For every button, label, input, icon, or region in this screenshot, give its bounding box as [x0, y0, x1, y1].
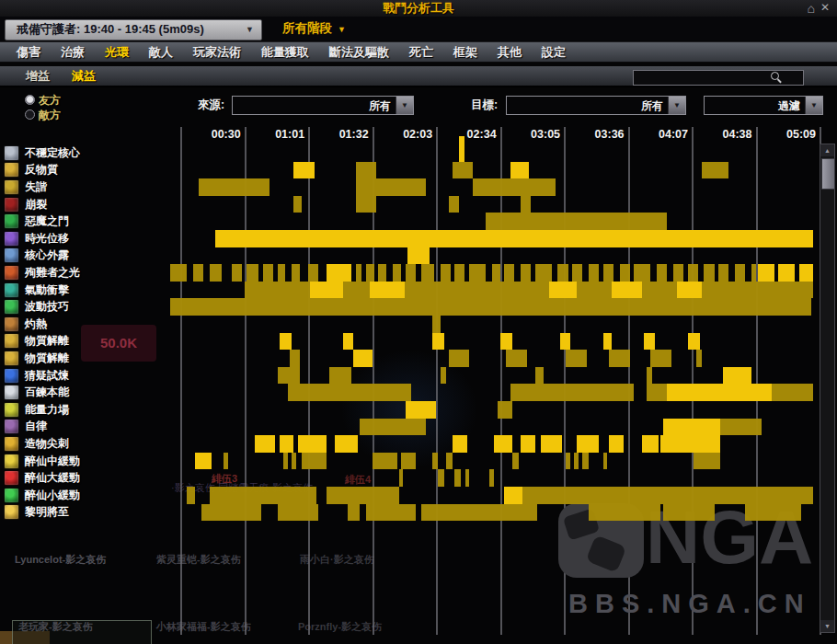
aura-item-13[interactable]: 物質解離: [4, 350, 69, 367]
aura-name: 自律: [25, 419, 47, 434]
aura-bar-row8: [688, 264, 698, 282]
scroll-down-button[interactable]: ▼: [820, 620, 834, 632]
aura-item-9[interactable]: 氣動衝擊: [4, 282, 69, 299]
phase-dropdown[interactable]: 所有階段▼: [282, 20, 346, 37]
antimatter-icon: [4, 162, 19, 178]
segment-dropdown[interactable]: 戒備守護者: 19:40 - 19:45 (5m09s) ▼: [5, 19, 262, 40]
aura-bar-row19: [224, 453, 227, 470]
target-dropdown[interactable]: 所有 ▼: [506, 96, 686, 115]
chevron-down-icon[interactable]: ▼: [396, 97, 413, 114]
aura-item-3[interactable]: 失諧: [4, 178, 47, 196]
vertical-scrollbar[interactable]: ▲ ▼: [820, 144, 835, 633]
aura-item-18[interactable]: 造物尖刺: [4, 435, 69, 453]
aura-item-17[interactable]: 自律: [4, 419, 47, 436]
background-text: Lyuncelot-影之哀伤: [15, 553, 106, 567]
aura-bar-row2: [293, 162, 314, 179]
tab-5[interactable]: 玩家法術: [193, 42, 241, 62]
tab-3[interactable]: 光環: [105, 42, 129, 62]
aura-item-10[interactable]: 波動技巧: [4, 298, 69, 316]
main-tab-bar: 傷害治療光環敵人玩家法術能量獲取斷法及驅散死亡框架其他設定: [0, 41, 837, 63]
chevron-down-icon[interactable]: ▼: [805, 97, 822, 114]
aura-bar-row21: [210, 487, 317, 504]
aura-name: 黎明將至: [25, 504, 69, 520]
doubt-trial-icon: [4, 368, 19, 384]
aura-bar-row9: [310, 282, 343, 299]
tab-8[interactable]: 死亡: [409, 42, 433, 62]
phase-dropdown-value: 所有階段: [282, 21, 332, 35]
close-icon[interactable]: ✕: [820, 1, 830, 14]
aura-item-2[interactable]: 反物質: [4, 162, 58, 179]
aura-bar-row14: [278, 367, 301, 385]
aura-item-8[interactable]: 殉難者之光: [4, 264, 80, 282]
tab-10[interactable]: 其他: [498, 42, 522, 62]
aura-bar-row8: [308, 264, 318, 282]
aura-item-16[interactable]: 能量力場: [4, 401, 69, 419]
background-damage-value: 50.0K: [81, 325, 156, 362]
aura-bar-row17: [720, 419, 762, 436]
aura-item-15[interactable]: 百鍊本能: [4, 384, 69, 401]
tab-11[interactable]: 設定: [542, 42, 566, 62]
aura-bar-row13: [650, 350, 671, 367]
aura-item-14[interactable]: 猜疑試煉: [4, 367, 69, 385]
aura-bar-row15: [667, 384, 772, 401]
aura-bar-row13: [566, 350, 586, 367]
aura-bar-row9: [677, 282, 702, 299]
aura-bar-row3: [199, 178, 269, 196]
aura-bar-row16: [406, 401, 437, 419]
radio-friendly[interactable]: [25, 95, 35, 105]
aura-bar-row19: [283, 453, 287, 470]
aura-bar-row10: [170, 298, 811, 316]
filter-dropdown[interactable]: 過濾 ▼: [704, 96, 823, 115]
aura-bar-row8: [673, 264, 683, 282]
aura-bar-row19: [603, 453, 607, 470]
tab-6[interactable]: 能量獲取: [261, 42, 309, 62]
subtab-1[interactable]: 增益: [26, 66, 50, 86]
aura-name: 物質解離: [25, 333, 69, 349]
aura-item-1[interactable]: 不穩定核心: [4, 144, 80, 162]
aura-bar-row12: [343, 333, 353, 351]
aura-bar-row13: [449, 350, 469, 367]
aura-bar-row9: [612, 282, 643, 299]
aura-bar-row7: [407, 247, 430, 265]
home-icon[interactable]: ⌂: [808, 1, 815, 16]
tab-7[interactable]: 斷法及驅散: [329, 42, 389, 62]
scroll-up-button[interactable]: ▲: [820, 144, 834, 156]
aura-bar-row4: [521, 196, 531, 213]
aura-item-20[interactable]: 醉仙大緩勁: [4, 469, 80, 487]
aura-item-11[interactable]: 灼熱: [4, 316, 47, 333]
radio-enemy[interactable]: [25, 109, 35, 120]
aura-item-22[interactable]: 黎明將至: [4, 504, 69, 522]
aura-item-21[interactable]: 醉仙小緩勁: [4, 487, 80, 504]
aura-bar-row8: [704, 264, 714, 282]
aura-name: 波動技巧: [25, 299, 69, 315]
aura-item-7[interactable]: 核心外露: [4, 247, 69, 265]
aura-name: 核心外露: [25, 247, 69, 263]
aura-name: 醉仙大緩勁: [25, 470, 80, 486]
subtab-2[interactable]: 減益: [72, 66, 96, 86]
scrollbar-thumb[interactable]: [821, 158, 835, 190]
aura-item-19[interactable]: 醉仙中緩勁: [4, 453, 80, 470]
aura-bar-row14: [535, 367, 544, 385]
aura-bar-row8: [292, 264, 300, 282]
aura-bar-row9: [549, 282, 576, 299]
tab-9[interactable]: 框架: [453, 42, 477, 62]
chevron-down-icon[interactable]: ▼: [668, 97, 685, 114]
tab-4[interactable]: 敵人: [149, 42, 173, 62]
aura-bar-row12: [280, 333, 292, 351]
tab-1[interactable]: 傷害: [17, 42, 40, 62]
aura-item-4[interactable]: 崩裂: [4, 196, 47, 213]
aura-bar-row18: [642, 435, 659, 453]
aura-bar-row8: [620, 264, 630, 282]
aura-bar-row8: [589, 264, 599, 282]
aura-bar-row8: [634, 264, 650, 282]
aura-bar-row15: [647, 384, 667, 401]
discord-icon: [4, 179, 19, 195]
aura-bar-row14: [647, 367, 653, 385]
aura-bar-row22: [348, 504, 360, 522]
source-dropdown[interactable]: 所有 ▼: [232, 96, 414, 115]
tab-2[interactable]: 治療: [61, 42, 85, 62]
aura-item-12[interactable]: 物質解離: [4, 333, 69, 351]
aura-item-6[interactable]: 時光位移: [4, 230, 69, 247]
aura-item-5[interactable]: 惡魔之門: [4, 213, 69, 230]
aura-bar-row16: [498, 401, 512, 419]
